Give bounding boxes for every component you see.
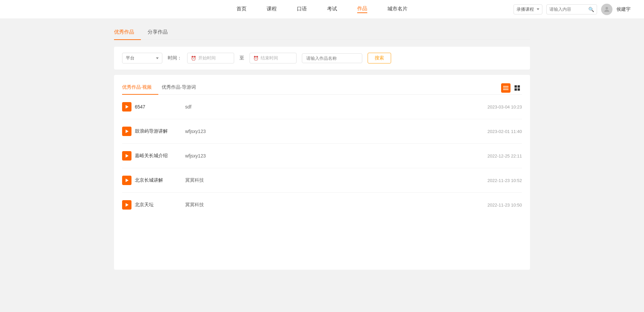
tab-guide-text[interactable]: 优秀作品·导游词 (162, 82, 203, 94)
clock-icon-end: ⏰ (253, 56, 259, 61)
item-title-4: 北京天坛 (135, 202, 175, 208)
chevron-down-icon (537, 8, 539, 10)
grid-view-icon (515, 85, 520, 91)
item-author-2: wfjsxy123 (185, 153, 206, 159)
item-author-1: wfjsxy123 (185, 129, 206, 134)
tab-excellent-works[interactable]: 优秀作品 (114, 26, 141, 39)
svg-rect-1 (503, 86, 508, 87)
list-view-icon (503, 85, 508, 91)
list-item: 嘉峪关长城介绍 wfjsxy123 2022-12-25 22:11 (122, 144, 522, 168)
svg-marker-12 (126, 203, 129, 207)
nav-item-exam[interactable]: 考试 (327, 6, 337, 13)
content-area: 优秀作品·视频 优秀作品·导游词 (114, 75, 530, 270)
list-item: 鼓浪屿导游讲解 wfjsxy123 2023-02-01 11:40 (122, 119, 522, 144)
list-item: 北京天坛 冀冀科技 2022-11-23 10:50 (122, 193, 522, 217)
course-type-dropdown[interactable]: 录播课程 (514, 4, 542, 14)
item-title-1: 鼓浪屿导游讲解 (135, 128, 175, 134)
svg-marker-11 (126, 179, 129, 182)
svg-rect-2 (503, 88, 508, 88)
platform-select[interactable]: 平台 (122, 53, 162, 63)
sub-tabs: 优秀作品·视频 优秀作品·导游词 (122, 82, 522, 95)
item-date-1: 2023-02-01 11:40 (487, 129, 522, 134)
nav-item-city[interactable]: 城市名片 (387, 6, 408, 13)
play-icon (124, 104, 129, 109)
item-title-2: 嘉峪关长城介绍 (135, 153, 175, 159)
play-icon (124, 203, 129, 207)
svg-rect-7 (518, 88, 520, 91)
tab-video[interactable]: 优秀作品·视频 (122, 82, 158, 94)
svg-rect-4 (515, 85, 517, 88)
item-author-4: 冀冀科技 (185, 202, 204, 208)
end-time-placeholder: 结束时间 (261, 55, 278, 61)
svg-rect-5 (518, 85, 520, 88)
nav-item-speaking[interactable]: 口语 (297, 6, 307, 13)
list-item: 6547 sdf 2023-03-04 10:23 (122, 95, 522, 119)
platform-label: 平台 (126, 55, 135, 61)
course-type-label: 录播课程 (517, 6, 534, 12)
page-content: 优秀作品 分享作品 平台 时间： ⏰ 开始时间 至 ⏰ 结束时间 搜索 优秀作品… (107, 26, 537, 270)
item-date-0: 2023-03-04 10:23 (487, 104, 522, 109)
svg-rect-6 (515, 88, 517, 91)
item-date-3: 2022-11-23 10:52 (487, 178, 522, 183)
item-title-3: 北京长城讲解 (135, 177, 175, 183)
svg-marker-9 (126, 130, 129, 133)
tab-shared-works[interactable]: 分享作品 (148, 26, 174, 39)
list-items: 6547 sdf 2023-03-04 10:23 鼓浪屿导游讲解 wfjsxy… (122, 95, 522, 217)
global-search-box[interactable]: 🔍 (546, 4, 597, 14)
item-author-0: sdf (185, 104, 192, 109)
svg-marker-8 (126, 105, 129, 109)
main-tabs: 优秀作品 分享作品 (114, 26, 530, 40)
play-icon (124, 129, 129, 134)
clock-icon-start: ⏰ (191, 56, 196, 61)
search-icon: 🔍 (588, 7, 594, 12)
play-button-4[interactable] (122, 200, 131, 210)
start-time-placeholder: 开始时间 (198, 55, 216, 61)
end-time-input[interactable]: ⏰ 结束时间 (250, 53, 297, 63)
svg-rect-3 (503, 89, 508, 90)
nav-item-works[interactable]: 作品 (357, 5, 367, 13)
work-name-input[interactable] (302, 53, 362, 63)
start-time-input[interactable]: ⏰ 开始时间 (187, 53, 234, 63)
item-title-0: 6547 (135, 104, 175, 109)
platform-chevron-icon (156, 57, 159, 59)
header-right: 录播课程 🔍 侯建宇 (514, 4, 631, 15)
item-date-2: 2022-12-25 22:11 (487, 153, 522, 159)
avatar[interactable] (601, 4, 612, 15)
play-icon (124, 178, 129, 183)
filter-bar: 平台 时间： ⏰ 开始时间 至 ⏰ 结束时间 搜索 (114, 47, 530, 70)
header: 首页 课程 口语 考试 作品 城市名片 录播课程 🔍 侯建宇 (0, 0, 644, 19)
play-icon (124, 153, 129, 158)
grid-view-button[interactable] (513, 83, 522, 93)
nav-item-home[interactable]: 首页 (236, 6, 247, 13)
play-button-1[interactable] (122, 127, 131, 136)
search-button[interactable]: 搜索 (368, 53, 391, 63)
main-nav: 首页 课程 口语 考试 作品 城市名片 (236, 5, 408, 13)
svg-point-0 (605, 7, 608, 9)
svg-marker-10 (126, 154, 129, 158)
list-view-button[interactable] (501, 83, 511, 93)
time-label: 时间： (168, 55, 182, 61)
item-date-4: 2022-11-23 10:50 (487, 203, 522, 208)
nav-item-course[interactable]: 课程 (267, 6, 277, 13)
view-toggle (501, 83, 522, 93)
play-button-2[interactable] (122, 151, 131, 161)
play-button-3[interactable] (122, 176, 131, 185)
global-search-input[interactable] (549, 7, 586, 12)
to-text: 至 (239, 55, 244, 61)
list-item: 北京长城讲解 冀冀科技 2022-11-23 10:52 (122, 168, 522, 193)
play-button-0[interactable] (122, 102, 131, 112)
item-author-3: 冀冀科技 (185, 177, 204, 183)
username: 侯建宇 (616, 6, 631, 12)
